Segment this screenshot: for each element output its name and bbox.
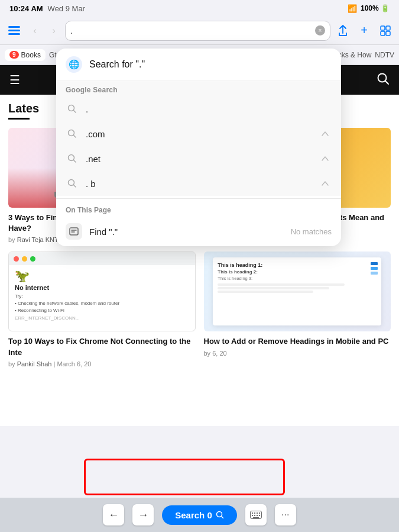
no-internet-line3: • Reconnecting to Wi-Fi — [15, 307, 189, 314]
svg-rect-12 — [70, 228, 78, 235]
kb-forward-button[interactable]: → — [132, 504, 154, 525]
search-count-button[interactable]: Search 0 — [162, 505, 237, 525]
section-underline — [8, 118, 30, 120]
svg-rect-6 — [386, 31, 390, 36]
suggestion-search-icon-3 — [66, 152, 79, 165]
no-internet-line1: Try: — [15, 293, 189, 300]
url-input[interactable] — [70, 26, 312, 36]
hamburger-button[interactable]: ☰ — [9, 73, 20, 87]
status-time: 10:24 AM — [9, 4, 43, 13]
suggestion-item-1[interactable]: . — [56, 96, 341, 121]
search-for-row[interactable]: 🌐 Search for "." — [56, 49, 341, 81]
search-for-text: Search for "." — [89, 59, 145, 70]
article-meta-3: by Pankil Shah | March 6, 20 — [8, 360, 196, 367]
svg-rect-5 — [381, 31, 385, 36]
article-card-3[interactable]: 🦖 No internet Try: • Checking the networ… — [8, 252, 196, 367]
suggestion-search-icon-2 — [66, 127, 79, 140]
url-clear-button[interactable]: × — [315, 25, 325, 36]
svg-rect-18 — [259, 512, 260, 514]
find-row[interactable]: Find "." No matches — [56, 217, 341, 246]
no-internet-error: ERR_INTERNET_DISCONN... — [15, 315, 189, 321]
svg-rect-2 — [8, 33, 20, 35]
ndtv-label[interactable]: NDTV — [375, 51, 394, 59]
red-border-highlight — [84, 459, 285, 495]
svg-rect-16 — [254, 512, 255, 514]
article-title-4: How to Add or Remove Headings in Mobile … — [204, 336, 391, 347]
svg-rect-4 — [386, 26, 390, 30]
browser-toolbar: ‹ › × + — [0, 17, 399, 45]
suggestion-search-icon-1 — [66, 102, 79, 115]
battery-icon: 100% 🔋 — [361, 4, 390, 12]
wifi-icon: 📶 — [348, 4, 357, 13]
tab-label: Books — [21, 51, 41, 59]
suggestion-search-icon-4 — [66, 177, 79, 190]
add-tab-button[interactable]: + — [355, 22, 373, 40]
tab-badge: 9 — [9, 51, 19, 59]
article-card-4[interactable]: This is heading 1: This is heading 2: Th… — [204, 252, 391, 367]
suggestion-text-4: . b — [86, 179, 312, 189]
article-image-3: 🦖 No internet Try: • Checking the networ… — [8, 252, 196, 331]
svg-rect-23 — [253, 517, 259, 518]
find-text: Find "." — [89, 227, 284, 237]
tab-item-books[interactable]: 9 Books — [5, 49, 46, 61]
globe-icon: 🌐 — [66, 56, 82, 73]
kb-keyboard-button[interactable] — [245, 504, 267, 525]
back-button[interactable]: ‹ — [27, 23, 43, 38]
svg-rect-20 — [254, 515, 255, 516]
svg-rect-3 — [381, 26, 385, 30]
svg-rect-1 — [8, 30, 20, 31]
status-bar: 10:24 AM Wed 9 Mar 📶 100% 🔋 — [0, 0, 399, 17]
no-matches-label: No matches — [291, 227, 332, 236]
google-search-label: Google Search — [56, 81, 341, 96]
suggestion-text-3: .net — [86, 154, 312, 164]
svg-rect-0 — [8, 26, 20, 28]
suggestion-text-1: . — [86, 104, 332, 114]
kb-back-button[interactable]: ← — [103, 504, 124, 525]
suggestion-up-arrow-4[interactable] — [319, 177, 332, 190]
suggestion-item-4[interactable]: . b — [56, 171, 341, 196]
suggestion-item-2[interactable]: .com — [56, 121, 341, 146]
forward-button[interactable]: › — [46, 23, 61, 38]
article-meta-4: by 6, 20 — [204, 350, 391, 357]
svg-rect-22 — [259, 515, 260, 516]
svg-rect-21 — [257, 515, 258, 516]
svg-rect-19 — [252, 515, 253, 516]
no-internet-title: No internet — [15, 284, 189, 291]
suggestion-text-2: .com — [86, 129, 312, 139]
svg-rect-15 — [252, 512, 253, 514]
suggestion-item-3[interactable]: .net — [56, 146, 341, 171]
share-button[interactable] — [334, 22, 352, 40]
tabs-button[interactable] — [377, 22, 394, 40]
bottom-keyboard-bar: ← → Search 0 ··· — [0, 498, 399, 532]
article-title-3: Top 10 Ways to Fix Chrome Not Connecting… — [8, 336, 196, 357]
kb-more-button[interactable]: ··· — [275, 504, 296, 525]
no-internet-line2: • Checking the network cables, modem and… — [15, 300, 189, 307]
url-bar: × — [65, 21, 330, 41]
sidebar-toggle-button[interactable] — [5, 21, 24, 40]
page-search-button[interactable] — [377, 72, 390, 88]
article-image-4: This is heading 1: This is heading 2: Th… — [204, 252, 391, 331]
status-date: Wed 9 Mar — [48, 4, 85, 13]
on-this-page-label: On This Page — [56, 201, 341, 217]
autocomplete-panel: 🌐 Search for "." Google Search . .com .n… — [56, 49, 341, 246]
suggestion-up-arrow-3[interactable] — [319, 152, 332, 165]
find-icon — [66, 223, 82, 240]
suggestion-up-arrow-2[interactable] — [319, 127, 332, 140]
svg-rect-17 — [257, 512, 258, 514]
